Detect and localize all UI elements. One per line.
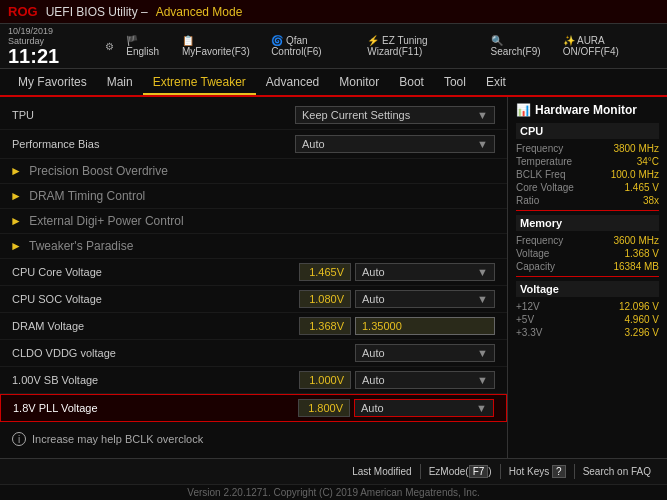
info-tools: 🏴 English 📋 MyFavorite(F3) 🌀 Qfan Contro… — [126, 35, 659, 57]
v12-row: +12V 12.096 V — [516, 301, 659, 312]
dram-voltage-dropdown[interactable]: 1.35000 — [355, 317, 495, 335]
monitor-icon: 📊 — [516, 103, 531, 117]
sb-voltage-row: 1.00V SB Voltage 1.000V Auto ▼ — [0, 367, 507, 394]
mem-capacity-label: Capacity — [516, 261, 555, 272]
performance-bias-arrow: ▼ — [477, 138, 488, 150]
date-display: 10/19/2019 Saturday — [8, 26, 93, 46]
dram-timing-item[interactable]: ► DRAM Timing Control — [0, 184, 507, 209]
performance-bias-label: Performance Bias — [12, 138, 295, 150]
nav-extreme-tweaker[interactable]: Extreme Tweaker — [143, 71, 256, 95]
rog-logo: ROG — [8, 4, 38, 19]
v5-row: +5V 4.960 V — [516, 314, 659, 325]
status-bar: Last Modified EzMode(F7) Hot Keys ? Sear… — [0, 458, 667, 484]
v33-row: +3.3V 3.296 V — [516, 327, 659, 338]
precision-boost-item[interactable]: ► Precision Boost Overdrive — [0, 159, 507, 184]
sb-voltage-dropdown[interactable]: Auto ▼ — [355, 371, 495, 389]
cpu-core-voltage-arrow: ▼ — [477, 266, 488, 278]
sb-voltage-arrow: ▼ — [477, 374, 488, 386]
tweakers-paradise-item[interactable]: ► Tweaker's Paradise — [0, 234, 507, 259]
info-icon: i — [12, 432, 26, 446]
mem-capacity-row: Capacity 16384 MB — [516, 261, 659, 272]
nav-exit[interactable]: Exit — [476, 71, 516, 93]
cpu-soc-voltage-arrow: ▼ — [477, 293, 488, 305]
core-voltage-row: Core Voltage 1.465 V — [516, 182, 659, 193]
version-text: Version 2.20.1271. Copyright (C) 2019 Am… — [187, 487, 479, 498]
performance-bias-dropdown[interactable]: Auto ▼ — [295, 135, 495, 153]
tpu-dropdown[interactable]: Keep Current Settings ▼ — [295, 106, 495, 124]
cpu-soc-voltage-row: CPU SOC Voltage 1.080V Auto ▼ — [0, 286, 507, 313]
cpu-temp-label: Temperature — [516, 156, 572, 167]
hot-keys-status[interactable]: Hot Keys ? — [501, 464, 575, 479]
cpu-temp-value: 34°C — [637, 156, 659, 167]
language-tool[interactable]: 🏴 English — [126, 35, 172, 57]
eztuning-tool[interactable]: ⚡ EZ Tuning Wizard(F11) — [367, 35, 480, 57]
pll-voltage-dropdown[interactable]: Auto ▼ — [354, 399, 494, 417]
cpu-soc-voltage-dropdown[interactable]: Auto ▼ — [355, 290, 495, 308]
dram-voltage-value[interactable]: 1.368V — [299, 317, 351, 335]
info-bar: 10/19/2019 Saturday 11:21 ⚙ 🏴 English 📋 … — [0, 24, 667, 69]
help-area: i Increase may help BCLK overclock — [0, 426, 507, 452]
cpu-ratio-label: Ratio — [516, 195, 539, 206]
v5-value: 4.960 V — [625, 314, 659, 325]
cpu-ratio-value: 38x — [643, 195, 659, 206]
cldo-vddg-dropdown[interactable]: Auto ▼ — [355, 344, 495, 362]
aura-tool[interactable]: ✨ AURA ON/OFF(F4) — [563, 35, 659, 57]
main-layout: TPU Keep Current Settings ▼ Performance … — [0, 97, 667, 458]
sb-voltage-value[interactable]: 1.000V — [299, 371, 351, 389]
core-voltage-value: 1.465 V — [625, 182, 659, 193]
nav-main[interactable]: Main — [97, 71, 143, 93]
cpu-freq-row: Frequency 3800 MHz — [516, 143, 659, 154]
version-bar: Version 2.20.1271. Copyright (C) 2019 Am… — [0, 484, 667, 500]
cpu-soc-voltage-value[interactable]: 1.080V — [299, 290, 351, 308]
cpu-core-voltage-value[interactable]: 1.465V — [299, 263, 351, 281]
nav-monitor[interactable]: Monitor — [329, 71, 389, 93]
cpu-temp-row: Temperature 34°C — [516, 156, 659, 167]
v5-label: +5V — [516, 314, 534, 325]
cldo-vddg-arrow: ▼ — [477, 347, 488, 359]
cpu-core-voltage-dropdown[interactable]: Auto ▼ — [355, 263, 495, 281]
nav-boot[interactable]: Boot — [389, 71, 434, 93]
dram-voltage-row: DRAM Voltage 1.368V 1.35000 — [0, 313, 507, 340]
settings-icon[interactable]: ⚙ — [105, 41, 114, 52]
mem-voltage-label: Voltage — [516, 248, 549, 259]
title-bar: ROG UEFI BIOS Utility – Advanced Mode — [0, 0, 667, 24]
performance-bias-row: Performance Bias Auto ▼ — [0, 130, 507, 159]
cpu-freq-value: 3800 MHz — [613, 143, 659, 154]
hw-memory-section: Memory — [516, 215, 659, 231]
nav-my-favorites[interactable]: My Favorites — [8, 71, 97, 93]
dram-voltage-label: DRAM Voltage — [12, 320, 295, 332]
ez-mode-status[interactable]: EzMode(F7) — [421, 464, 501, 479]
bclk-freq-value: 100.0 MHz — [611, 169, 659, 180]
nav-tool[interactable]: Tool — [434, 71, 476, 93]
bios-mode: Advanced Mode — [156, 5, 243, 19]
external-digi-item[interactable]: ► External Digi+ Power Control — [0, 209, 507, 234]
cpu-core-voltage-row: CPU Core Voltage 1.465V Auto ▼ — [0, 259, 507, 286]
cpu-core-voltage-label: CPU Core Voltage — [12, 266, 295, 278]
core-voltage-label: Core Voltage — [516, 182, 574, 193]
mem-freq-value: 3600 MHz — [613, 235, 659, 246]
tpu-dropdown-arrow: ▼ — [477, 109, 488, 121]
cpu-ratio-row: Ratio 38x — [516, 195, 659, 206]
v33-value: 3.296 V — [625, 327, 659, 338]
sb-voltage-label: 1.00V SB Voltage — [12, 374, 295, 386]
nav-advanced[interactable]: Advanced — [256, 71, 329, 93]
right-panel: 📊 Hardware Monitor CPU Frequency 3800 MH… — [507, 97, 667, 458]
hw-monitor-title: 📊 Hardware Monitor — [516, 103, 659, 117]
hw-voltage-section: Voltage — [516, 281, 659, 297]
mem-freq-row: Frequency 3600 MHz — [516, 235, 659, 246]
mem-voltage-value: 1.368 V — [625, 248, 659, 259]
myfavorite-tool[interactable]: 📋 MyFavorite(F3) — [182, 35, 261, 57]
cpu-soc-voltage-label: CPU SOC Voltage — [12, 293, 295, 305]
search-faq-status[interactable]: Search on FAQ — [575, 464, 659, 479]
cpu-freq-label: Frequency — [516, 143, 563, 154]
datetime-display: 10/19/2019 Saturday 11:21 — [8, 26, 93, 66]
search-tool[interactable]: 🔍 Search(F9) — [491, 35, 553, 57]
pll-voltage-row: 1.8V PLL Voltage 1.800V Auto ▼ — [0, 394, 507, 422]
help-text: Increase may help BCLK overclock — [32, 433, 203, 445]
bios-title: UEFI BIOS Utility – — [46, 5, 148, 19]
tpu-label: TPU — [12, 109, 295, 121]
qfan-tool[interactable]: 🌀 Qfan Control(F6) — [271, 35, 357, 57]
time-display: 11:21 — [8, 46, 93, 66]
mem-voltage-row: Voltage 1.368 V — [516, 248, 659, 259]
pll-voltage-value[interactable]: 1.800V — [298, 399, 350, 417]
